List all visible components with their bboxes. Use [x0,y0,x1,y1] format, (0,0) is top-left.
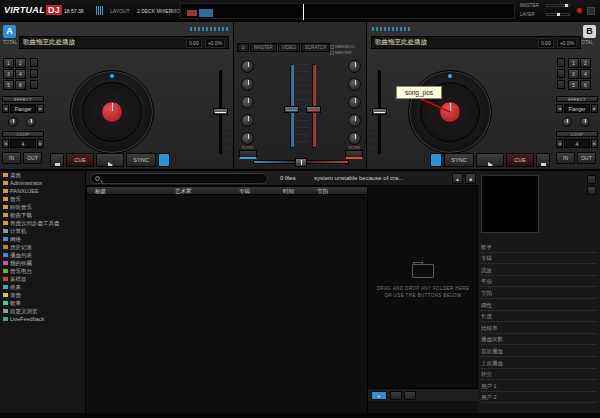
loop-in-button[interactable]: IN [556,152,575,164]
toolbar-button[interactable] [404,391,416,400]
pfl-button-b[interactable] [345,150,363,159]
play-button-a[interactable] [96,153,124,167]
loop-in-button[interactable]: IN [2,152,21,164]
sidebar-folder-item[interactable]: PANXUJEE [0,187,85,195]
column-header[interactable]: 专辑 [239,188,250,195]
jog-wheel-b[interactable] [408,70,492,154]
hotcue-pad[interactable]: 4 [580,69,591,79]
sidebar-folder-item[interactable]: 自定义浏览 [0,307,85,315]
folder-up-button[interactable]: ▲ [452,173,463,184]
loop-out-button[interactable]: OUT [577,152,596,164]
settings-gear-icon[interactable] [587,7,595,15]
sync-button-a[interactable]: SYNC [126,153,156,167]
hotcue-mini-button[interactable] [30,58,38,67]
deck-b-slip-button[interactable] [430,153,442,167]
mixer-tab[interactable]: VIDEO [278,43,300,52]
effect-knob-2[interactable] [580,117,590,127]
sidebar-folder-item[interactable]: 音乐 [0,195,85,203]
hotcue-pad[interactable]: 6 [580,80,591,90]
cue-button-a[interactable]: CUE [66,153,94,167]
eq-mid-knob-a[interactable] [241,96,254,109]
toolbar-button[interactable] [390,391,402,400]
hotcue-pad[interactable]: 1 [568,58,579,68]
pfl-button-a[interactable] [239,150,257,159]
sidebar-folder-item[interactable]: LiveFeedback [0,315,85,323]
column-header[interactable]: 时间 [283,188,294,195]
file-list[interactable]: 标题艺术家专辑时间节拍 [86,186,368,414]
eq-low-knob-a[interactable] [241,114,254,127]
sidebar-folder-item[interactable]: 歌曲下载 [0,211,85,219]
gain-knob-a[interactable] [241,60,254,73]
record-icon[interactable] [576,7,583,14]
effect-prev-arrow[interactable]: ◀ [556,104,563,113]
jog-wheel-a[interactable] [70,70,154,154]
hotcue-mini-button[interactable] [557,69,565,78]
sidebar-folder-item[interactable]: 采样器 [0,275,85,283]
effect-next-arrow[interactable]: ▶ [37,104,44,113]
deck-b-pitch-handle[interactable] [372,108,387,115]
master-volume-slider[interactable] [546,4,570,7]
deck-mode-button[interactable]: 2 DECK MIXER [137,8,172,14]
deck-a-pitch-handle[interactable] [213,108,228,115]
effect-knob-1[interactable] [562,117,572,127]
info-panel-button[interactable] [587,186,596,195]
effect-knob-1[interactable] [8,117,18,127]
deck-a-slip-button[interactable] [158,153,170,167]
hotcue-pad[interactable]: 5 [568,80,579,90]
sidebar-folder-item[interactable]: 我的收藏 [0,259,85,267]
sidebar-folder-item[interactable]: 效果 [0,283,85,291]
filter-knob-b[interactable] [348,132,361,145]
hotcue-pad[interactable]: 6 [15,80,26,90]
hotcue-mini-button[interactable] [557,80,565,89]
view-options-button[interactable]: ■ [465,173,476,184]
loop-out-button[interactable]: OUT [23,152,42,164]
loop-half-arrow[interactable]: ◀ [2,139,9,148]
deck-b-effect-select[interactable]: Flanger [564,104,590,113]
sidebar-folder-item[interactable]: 播放列表 [0,251,85,259]
stop-button-a[interactable] [50,153,64,167]
deck-b-badge[interactable]: B [583,25,596,38]
play-button-b[interactable] [476,153,504,167]
cue-button-b[interactable]: CUE [506,153,534,167]
sidebar-folder-item[interactable]: 网络 [0,235,85,243]
stop-button-b[interactable] [536,153,550,167]
waveform-display[interactable] [180,3,515,19]
sandbox-toggle[interactable]: SANDBOX [330,44,355,49]
sidebar-folder-item[interactable]: 桌面 [0,171,85,179]
sync-button-b[interactable]: SYNC [444,153,474,167]
deck-b-title-bar[interactable]: 歌曲拖至此处播放 0.00 +0.0% [371,36,581,49]
sidebar-folder-item[interactable]: 计算机 [0,227,85,235]
eq-high-knob-b[interactable] [348,78,361,91]
album-art[interactable] [481,175,539,233]
hotcue-pad[interactable]: 5 [3,80,14,90]
sidebar-folder-item[interactable]: 录音 [0,291,85,299]
hotcue-mini-button[interactable] [30,80,38,89]
hotcue-pad[interactable]: 1 [3,58,14,68]
eq-low-knob-b[interactable] [348,114,361,127]
sidebar-folder-item[interactable]: 百度云同步盘工具盘 [0,219,85,227]
deck-a-badge[interactable]: A [3,25,16,38]
layer-slider[interactable] [546,13,570,16]
mixer-tab[interactable]: SCRATCH [301,43,330,52]
hotcue-pad[interactable]: 3 [568,69,579,79]
crossfader-handle[interactable] [295,158,307,167]
sidebar-folder-item[interactable]: 音乐电台 [0,267,85,275]
effect-knob-2[interactable] [26,117,36,127]
column-header[interactable]: 标题 [95,188,106,195]
loop-double-arrow[interactable]: ▶ [591,139,598,148]
info-panel-button[interactable] [587,175,596,184]
eq-high-knob-a[interactable] [241,78,254,91]
menu-icon[interactable]: ☰ [237,43,249,52]
mixer-tab[interactable]: MASTER [250,43,277,52]
drop-zone[interactable]: DRAG AND DROP ANY FOLDER HERE OR USE THE… [368,186,478,401]
sidebar-folder-item[interactable]: 歌单 [0,299,85,307]
hotcue-pad[interactable]: 4 [15,69,26,79]
sidebar-folder-item[interactable]: 历史记录 [0,243,85,251]
sidebar-folder-item[interactable]: 聆听音乐 [0,203,85,211]
hotcue-mini-button[interactable] [30,69,38,78]
deck-a-title-bar[interactable]: 歌曲拖至此处播放 0.00 +0.0% [19,36,229,49]
master-toggle[interactable]: MASTER [330,50,352,55]
hotcue-pad[interactable]: 3 [3,69,14,79]
hotcue-pad[interactable]: 2 [15,58,26,68]
hotcue-mini-button[interactable] [557,58,565,67]
